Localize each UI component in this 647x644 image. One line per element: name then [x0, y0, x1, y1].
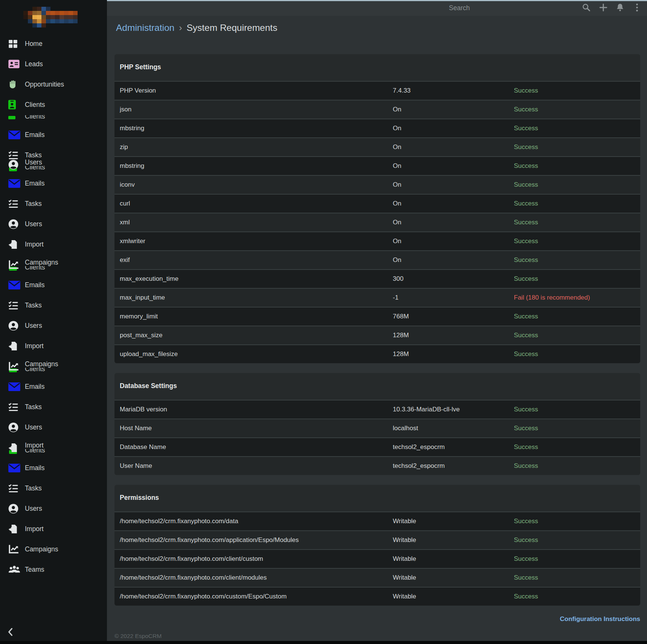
- sidebar-item-label: Emails: [25, 131, 45, 139]
- sidebar-item-campaigns[interactable]: Campaigns: [0, 539, 107, 559]
- plus-icon: [599, 3, 607, 13]
- logo-pixel: [37, 15, 41, 19]
- row-status: Success: [514, 125, 635, 132]
- sidebar-item-import[interactable]: ImportClients: [0, 437, 107, 458]
- logo-pixel: [32, 15, 37, 19]
- sidebar-ghost-label: Clients: [25, 166, 45, 171]
- sidebar-item-labels: Users: [25, 505, 42, 512]
- sidebar-item-label: Emails: [25, 383, 45, 390]
- sidebar-item-users[interactable]: Users: [0, 498, 107, 519]
- logo-pixel: [23, 11, 28, 15]
- row-value: 10.3.36-MariaDB-cll-lve: [393, 406, 514, 413]
- campaigns-icon: [8, 362, 25, 371]
- app-logo[interactable]: [23, 7, 78, 27]
- bell-button[interactable]: [612, 0, 629, 16]
- table-row: User Nametechsol2_espocrmSuccess: [114, 456, 640, 475]
- sidebar-item-import[interactable]: Import: [0, 336, 107, 356]
- row-value: Writable: [393, 518, 514, 525]
- sidebar-item-emails[interactable]: Emails: [0, 275, 107, 295]
- sidebar-item-users[interactable]: Users: [0, 315, 107, 336]
- logo-pixel: [60, 15, 64, 19]
- emails-icon: [8, 464, 25, 472]
- configuration-instructions-link[interactable]: Configuration Instructions: [560, 615, 640, 623]
- row-label: User Name: [120, 462, 393, 470]
- sidebar-item-label: Opportunities: [25, 81, 64, 88]
- row-value: techsol2_espocrm: [393, 443, 514, 451]
- row-label: MariaDB version: [120, 406, 393, 413]
- sidebar-item-users[interactable]: Users: [0, 214, 107, 234]
- sidebar-item-labels: Users: [25, 423, 42, 431]
- sidebar-item-labels: Tasks: [25, 484, 42, 492]
- sidebar-item-tasks[interactable]: Tasks: [0, 397, 107, 417]
- search-input[interactable]: [447, 2, 578, 14]
- logo-pixel: [50, 7, 55, 11]
- row-label: /home/techsol2/crm.fixanyphoto.com/appli…: [120, 536, 393, 544]
- sidebar-item-labels: Home: [25, 40, 43, 47]
- opportunities-icon: [8, 79, 25, 89]
- row-label: /home/techsol2/crm.fixanyphoto.com/data: [120, 518, 393, 525]
- logo-pixel: [64, 11, 69, 15]
- sidebar-collapse-button[interactable]: [6, 626, 14, 639]
- row-status: Success: [514, 219, 635, 226]
- row-label: max_execution_time: [120, 275, 393, 283]
- campaigns-icon: [8, 260, 25, 269]
- logo-pixel: [23, 15, 28, 19]
- sidebar-item-tasks[interactable]: Tasks: [0, 478, 107, 498]
- logo-row: [0, 0, 107, 33]
- row-label: mbstring: [120, 162, 393, 170]
- users-icon: [8, 321, 25, 331]
- row-value: On: [393, 238, 514, 245]
- sidebar-item-teams[interactable]: Teams: [0, 559, 107, 580]
- sidebar-item-label: Campaigns: [25, 545, 58, 553]
- sidebar-item-labels: Leads: [25, 60, 43, 68]
- row-value: 128M: [393, 350, 514, 358]
- kebab-menu-icon: [636, 3, 638, 13]
- logo-pixel: [64, 19, 69, 23]
- logo-pixel: [37, 19, 41, 23]
- sidebar-item-import[interactable]: Import: [0, 234, 107, 254]
- table-row: /home/techsol2/crm.fixanyphoto.com/custo…: [114, 587, 640, 606]
- row-label: max_input_time: [120, 294, 393, 301]
- sidebar-item-leads[interactable]: Leads: [0, 54, 107, 74]
- sidebar-item-labels: Users: [25, 322, 42, 329]
- sidebar-item-labels: Tasks: [25, 200, 42, 207]
- sidebar-item-opportunities[interactable]: Opportunities: [0, 74, 107, 94]
- sidebar-item-emails[interactable]: Emails: [0, 376, 107, 397]
- sidebar-item-emails[interactable]: Emails: [0, 173, 107, 193]
- sidebar-item-label: Campaigns: [25, 360, 58, 368]
- logo-pixel: [60, 23, 64, 27]
- sidebar-item-labels: Tasks: [25, 403, 42, 411]
- logo-pixel: [55, 15, 60, 19]
- plus-button[interactable]: [595, 0, 612, 16]
- sidebar-item-emails[interactable]: Emails: [0, 125, 107, 145]
- row-value: On: [393, 143, 514, 151]
- topbar: [107, 0, 647, 16]
- sidebar-item-label: Clients: [25, 115, 45, 120]
- breadcrumb-administration-link[interactable]: Administration: [116, 21, 174, 35]
- sidebar-item-users[interactable]: Users: [0, 417, 107, 437]
- row-value: 128M: [393, 332, 514, 339]
- panel-permissions: Permissions/home/techsol2/crm.fixanyphot…: [114, 485, 640, 606]
- table-row: xmlOnSuccess: [114, 213, 640, 231]
- sidebar-item-tasks[interactable]: Tasks: [0, 193, 107, 214]
- logo-pixel: [60, 7, 64, 11]
- kebab-menu-button[interactable]: [629, 0, 645, 16]
- search-button[interactable]: [578, 0, 595, 16]
- sidebar-item-home[interactable]: Home: [0, 33, 107, 54]
- sidebar-item-campaigns[interactable]: CampaignsClients: [0, 254, 107, 275]
- table-row: Database Nametechsol2_espocrmSuccess: [114, 437, 640, 456]
- sidebar-item-tasks[interactable]: Tasks: [0, 295, 107, 315]
- sidebar-item-import[interactable]: Import: [0, 519, 107, 539]
- campaigns-icon: [8, 545, 25, 554]
- logo-pixel: [23, 19, 28, 23]
- logo-pixel: [64, 15, 69, 19]
- logo-pixel: [50, 23, 55, 27]
- emails-icon: [8, 281, 25, 289]
- row-label: xmlwriter: [120, 238, 393, 245]
- sidebar-item-emails[interactable]: Emails: [0, 458, 107, 478]
- sidebar-item-label: Teams: [25, 566, 44, 573]
- table-row: zipOnSuccess: [114, 137, 640, 156]
- row-label: post_max_size: [120, 332, 393, 339]
- logo-pixel: [32, 11, 37, 15]
- sidebar-item-campaigns[interactable]: CampaignsClients: [0, 356, 107, 376]
